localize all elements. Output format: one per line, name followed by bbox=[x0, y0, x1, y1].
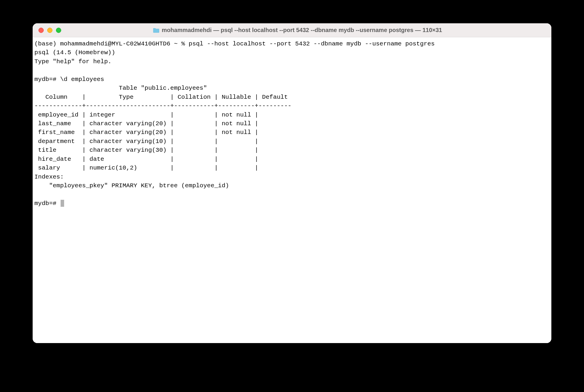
terminal-line: employee_id | integer | | not null | bbox=[34, 112, 262, 118]
terminal-line: Type "help" for help. bbox=[34, 58, 112, 65]
window-title: mohammadmehdi — psql --host localhost --… bbox=[162, 27, 442, 33]
folder-icon bbox=[153, 28, 159, 33]
terminal-line: hire_date | date | | | bbox=[34, 156, 262, 163]
terminal-window: mohammadmehdi — psql --host localhost --… bbox=[33, 23, 551, 343]
terminal-line: Table "public.employees" bbox=[34, 85, 207, 91]
cursor bbox=[61, 200, 64, 207]
terminal-line: department | character varying(10) | | | bbox=[34, 138, 262, 145]
terminal-line bbox=[34, 67, 38, 74]
titlebar: mohammadmehdi — psql --host localhost --… bbox=[33, 23, 551, 37]
terminal-prompt: mydb=# bbox=[34, 200, 60, 207]
terminal-line: mydb=# \d employees bbox=[34, 76, 104, 83]
terminal-line: "employees_pkey" PRIMARY KEY, btree (emp… bbox=[34, 182, 229, 189]
title-content: mohammadmehdi — psql --host localhost --… bbox=[50, 27, 546, 33]
terminal-line: -------------+-----------------------+--… bbox=[34, 103, 291, 109]
terminal-line: Column | Type | Collation | Nullable | D… bbox=[34, 94, 291, 100]
terminal-content[interactable]: (base) mohammadmehdi@MYL-C02W410GHTD6 ~ … bbox=[33, 37, 551, 343]
terminal-line: first_name | character varying(20) | | n… bbox=[34, 129, 262, 136]
terminal-line: Indexes: bbox=[34, 174, 64, 180]
terminal-line: last_name | character varying(20) | | no… bbox=[34, 120, 262, 127]
terminal-line bbox=[34, 191, 38, 198]
close-button[interactable] bbox=[38, 28, 44, 33]
terminal-line: (base) mohammadmehdi@MYL-C02W410GHTD6 ~ … bbox=[34, 40, 435, 47]
terminal-line: title | character varying(30) | | | bbox=[34, 147, 262, 153]
terminal-line: salary | numeric(10,2) | | | bbox=[34, 165, 262, 171]
terminal-line: psql (14.5 (Homebrew)) bbox=[34, 49, 115, 56]
